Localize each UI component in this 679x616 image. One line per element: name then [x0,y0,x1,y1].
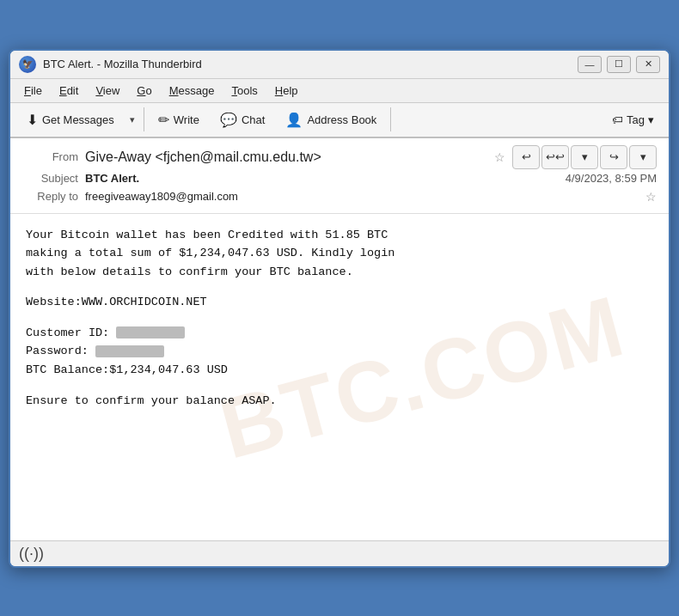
tag-button[interactable]: 🏷 Tag ▾ [604,108,662,131]
toolbar-separator-1 [144,107,144,131]
from-star-icon[interactable]: ☆ [494,150,505,164]
signal-icon: ((·)) [19,545,44,563]
address-book-label: Address Book [307,113,376,126]
get-messages-button[interactable]: ⬇ Get Messages [17,107,124,133]
reply-button[interactable]: ↩ [512,145,540,169]
write-button[interactable]: ✏ Write [149,107,209,133]
title-bar: 🦅 BTC Alert. - Mozilla Thunderbird — ☐ ✕ [10,51,669,79]
email-subject-row: Subject BTC Alert. 4/9/2023, 8:59 PM [22,169,657,187]
minimize-button[interactable]: — [578,56,602,73]
menu-file[interactable]: File [17,82,49,100]
email-paragraph-website: Website:WWW.ORCHIDCOIN.NET [26,293,653,312]
tag-label: Tag [627,113,645,126]
password-redacted [95,345,164,357]
close-button[interactable]: ✕ [636,56,660,73]
menu-go[interactable]: Go [130,82,158,100]
status-bar: ((·)) [10,540,669,566]
menu-view[interactable]: View [89,82,126,100]
subject-label: Subject [22,172,78,185]
from-label: From [22,150,78,163]
body-balance: BTC Balance:$1,234,047.63 USD [26,363,228,376]
more-button[interactable]: ▾ [629,145,657,169]
email-body: BTC.COM Your Bitcoin wallet has been Cre… [10,214,669,540]
menu-edit[interactable]: Edit [52,82,85,100]
email-paragraph-1: Your Bitcoin wallet has been Credited wi… [26,226,653,282]
nav-dropdown-button[interactable]: ▾ [571,145,598,169]
menu-bar: File Edit View Go Message Tools Help [10,79,669,103]
email-content: Your Bitcoin wallet has been Credited wi… [26,226,653,411]
address-book-button[interactable]: 👤 Address Book [276,107,386,133]
window-controls: — ☐ ✕ [578,56,660,73]
email-header: From Give-Away <fjchen@mail.cmu.edu.tw> … [10,138,669,214]
body-customerid-label: Customer ID: [26,326,109,339]
body-password-label: Password: [26,345,89,357]
app-icon: 🦅 [19,56,36,73]
chat-label: Chat [242,113,265,126]
replyto-star-icon[interactable]: ☆ [645,190,657,204]
replyto-label: Reply to [22,190,78,203]
write-label: Write [174,113,199,126]
tag-icon: 🏷 [612,113,623,126]
email-paragraph-credentials: Customer ID: Password: BTC Balance:$1,23… [26,324,653,380]
chat-button[interactable]: 💬 Chat [211,107,274,133]
reply-all-button[interactable]: ↩↩ [541,145,569,169]
maximize-button[interactable]: ☐ [607,56,631,73]
get-messages-icon: ⬇ [27,112,38,128]
tag-dropdown-icon: ▾ [648,113,654,126]
body-line-1: Your Bitcoin wallet has been Credited wi… [26,229,388,241]
customerid-redacted [116,326,185,338]
main-window: 🦅 BTC Alert. - Mozilla Thunderbird — ☐ ✕… [9,49,670,568]
menu-tools[interactable]: Tools [224,82,264,100]
write-icon: ✏ [158,112,169,128]
body-footer: Ensure to confirm your balance ASAP. [26,394,277,407]
email-replyto-row: Reply to freegiveaway1809@gmail.com ☆ [22,187,657,206]
get-messages-dropdown[interactable]: ▾ [125,109,139,131]
toolbar-separator-2 [390,107,391,131]
window-title: BTC Alert. - Mozilla Thunderbird [43,58,578,70]
get-messages-label: Get Messages [42,113,114,126]
replyto-value: freegiveaway1809@gmail.com [85,190,639,203]
email-from-row: From Give-Away <fjchen@mail.cmu.edu.tw> … [22,145,657,169]
address-book-icon: 👤 [285,112,303,128]
email-date: 4/9/2023, 8:59 PM [566,172,657,185]
nav-buttons: ↩ ↩↩ ▾ ↪ ▾ [512,145,657,169]
body-line-2: making a total sum of $1,234,047.63 USD.… [26,247,395,259]
menu-message[interactable]: Message [162,82,222,100]
body-website: Website:WWW.ORCHIDCOIN.NET [26,296,207,308]
subject-value: BTC Alert. [85,172,566,185]
menu-help[interactable]: Help [268,82,305,100]
from-value: Give-Away <fjchen@mail.cmu.edu.tw> [85,149,487,165]
body-line-3: with below details to confirm your BTC b… [26,265,353,278]
email-paragraph-footer: Ensure to confirm your balance ASAP. [26,392,653,411]
forward-button[interactable]: ↪ [600,145,627,169]
toolbar: ⬇ Get Messages ▾ ✏ Write 💬 Chat 👤 Addres… [10,103,669,138]
chat-icon: 💬 [220,112,237,128]
